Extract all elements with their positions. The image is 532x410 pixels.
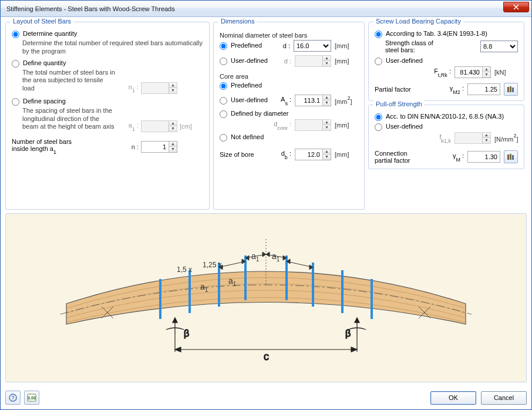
titlebar: Stiffening Elements - Steel Bars with Wo… bbox=[1, 1, 531, 17]
ftrk-symbol: Ft,Rk : bbox=[434, 68, 451, 76]
nominal-label: Nominal diameter of steel bars bbox=[220, 32, 358, 39]
radio-define-spacing-label: Define spacing bbox=[23, 98, 66, 105]
db-symbol: db : bbox=[281, 150, 291, 159]
group-dimensions: Dimensions Nominal diameter of steel bar… bbox=[213, 22, 365, 210]
radio-screw-user[interactable] bbox=[375, 58, 382, 65]
content: Layout of Steel Bars Determine quantity … bbox=[1, 17, 531, 409]
diagram-panel: 1,5 x 1,25 x a1 a1 a1 a1 β β bbox=[5, 213, 527, 382]
window-title: Stiffening Elements - Steel Bars with Wo… bbox=[6, 5, 503, 12]
svg-rect-3 bbox=[507, 154, 509, 160]
dcore-unit: [mm] bbox=[335, 122, 358, 129]
svg-rect-0 bbox=[507, 87, 509, 92]
radio-pulloff-din[interactable] bbox=[375, 113, 382, 121]
strength-class-label: Strength class of steel bars: bbox=[385, 39, 433, 53]
n-down[interactable]: ▼ bbox=[169, 147, 177, 152]
radio-determine-quantity[interactable] bbox=[12, 31, 19, 38]
partial-factor-label: Partial factor bbox=[375, 86, 411, 93]
reset-gm-button[interactable] bbox=[504, 150, 518, 163]
fk1-unit: [N/mm2] bbox=[494, 134, 518, 143]
gm2-symbol: γM2 : bbox=[450, 85, 464, 93]
db-unit: [mm] bbox=[335, 151, 358, 158]
ok-button[interactable]: OK bbox=[430, 391, 476, 405]
beam-diagram: 1,5 x 1,25 x a1 a1 a1 a1 β β bbox=[43, 221, 489, 374]
radio-d-userdef[interactable] bbox=[220, 58, 227, 65]
radio-screw-user-label: User-defined bbox=[386, 57, 423, 64]
group-dimensions-legend: Dimensions bbox=[218, 18, 257, 25]
conn-partial-label: Connection partial factor bbox=[375, 150, 410, 164]
num-bars-label: Number of steel barsinside length a1 bbox=[12, 138, 115, 154]
svg-text:1,5 x: 1,5 x bbox=[177, 266, 192, 274]
radio-screw-table-label: According to Tab. 3.4(EN 1993-1-8) bbox=[386, 30, 487, 37]
n-up[interactable]: ▲ bbox=[169, 142, 177, 147]
radio-core-predef[interactable] bbox=[220, 82, 227, 90]
d-user-input: ▲▼ bbox=[295, 55, 331, 67]
db-input[interactable]: ▲▼ bbox=[295, 149, 331, 160]
group-pulloff: Pull-off Strength Acc. to DIN EN/NA:2010… bbox=[368, 105, 524, 169]
gm-input[interactable] bbox=[467, 151, 500, 163]
units-icon: 0.00 bbox=[27, 394, 36, 402]
d-select[interactable]: 16.0 bbox=[294, 40, 331, 52]
n1-input: ▲▼ bbox=[141, 82, 177, 94]
svg-text:1,25 x: 1,25 x bbox=[203, 261, 222, 269]
close-icon bbox=[513, 4, 519, 10]
radio-core-notdef[interactable] bbox=[220, 134, 227, 142]
as-symbol: As : bbox=[281, 96, 291, 105]
d-symbol: d : bbox=[283, 42, 290, 49]
ftrk-unit: [kN] bbox=[494, 69, 518, 76]
footer: ? 0.00 OK Cancel bbox=[5, 391, 527, 405]
units-button[interactable]: 0.00 bbox=[24, 391, 39, 405]
close-button[interactable] bbox=[503, 2, 529, 12]
ftrk-input[interactable]: ▲▼ bbox=[454, 66, 491, 78]
radio-d-userdef-label: User-defined bbox=[231, 57, 268, 64]
svg-marker-46 bbox=[175, 347, 181, 352]
svg-marker-47 bbox=[351, 347, 357, 352]
group-screw: Screw Load Bearing Capacity According to… bbox=[368, 22, 524, 101]
radio-core-predef-label: Predefined bbox=[231, 82, 262, 89]
svg-rect-1 bbox=[510, 86, 511, 92]
svg-marker-41 bbox=[355, 318, 359, 322]
svg-line-19 bbox=[219, 261, 245, 267]
a1-input: ▲▼ bbox=[141, 120, 177, 132]
help-icon: ? bbox=[9, 394, 17, 402]
svg-text:a1: a1 bbox=[272, 251, 280, 263]
radio-pulloff-user-label: User-defined bbox=[386, 123, 423, 130]
a1-unit: [cm] bbox=[180, 123, 203, 130]
radio-core-bydiam-label: Defined by diameter bbox=[231, 110, 288, 117]
cancel-button[interactable]: Cancel bbox=[481, 391, 527, 405]
as-unit: [mm2] bbox=[335, 96, 358, 105]
radio-define-quantity[interactable] bbox=[12, 60, 19, 68]
reset-gm2-button[interactable] bbox=[504, 83, 518, 96]
gm2-input[interactable] bbox=[467, 83, 500, 95]
svg-text:a1: a1 bbox=[251, 251, 260, 263]
svg-line-22 bbox=[287, 261, 313, 267]
radio-core-userdef[interactable] bbox=[220, 97, 227, 105]
define-quantity-desc: The total number of steel bars in the ar… bbox=[22, 69, 115, 93]
radio-core-bydiam[interactable] bbox=[220, 110, 227, 118]
fk1-symbol: fk1,k bbox=[439, 133, 451, 142]
radio-define-spacing[interactable] bbox=[12, 98, 19, 106]
svg-text:β: β bbox=[345, 328, 351, 338]
radio-screw-table[interactable] bbox=[375, 31, 382, 38]
dcore-input: ▲▼ bbox=[295, 119, 331, 131]
help-button[interactable]: ? bbox=[5, 391, 21, 405]
svg-rect-2 bbox=[512, 88, 514, 92]
radio-pulloff-user[interactable] bbox=[375, 123, 382, 131]
strength-select[interactable]: 8.8 bbox=[480, 41, 518, 52]
radio-define-quantity-label: Define quantity bbox=[23, 59, 66, 66]
svg-rect-5 bbox=[512, 155, 514, 160]
fk1-input: ▲▼ bbox=[454, 132, 491, 144]
svg-marker-27 bbox=[266, 252, 270, 257]
radio-pulloff-din-label: Acc. to DIN EN/NA:2010-12, 6.8.5 (NA.3) bbox=[386, 113, 504, 120]
svg-rect-4 bbox=[510, 154, 511, 160]
radio-core-notdef-label: Not defined bbox=[231, 133, 264, 140]
n-symbol: n : bbox=[115, 143, 139, 150]
radio-d-predefined-label: Predefined bbox=[231, 42, 262, 49]
group-layout-legend: Layout of Steel Bars bbox=[11, 18, 73, 25]
svg-text:?: ? bbox=[11, 395, 15, 401]
n-input[interactable]: ▲▼ bbox=[141, 141, 177, 153]
library-icon bbox=[507, 153, 515, 160]
as-input[interactable]: ▲▼ bbox=[295, 95, 331, 106]
radio-d-predefined[interactable] bbox=[220, 42, 227, 50]
radio-core-userdef-label: User-defined bbox=[231, 96, 268, 103]
d-unit: [mm] bbox=[335, 42, 358, 49]
